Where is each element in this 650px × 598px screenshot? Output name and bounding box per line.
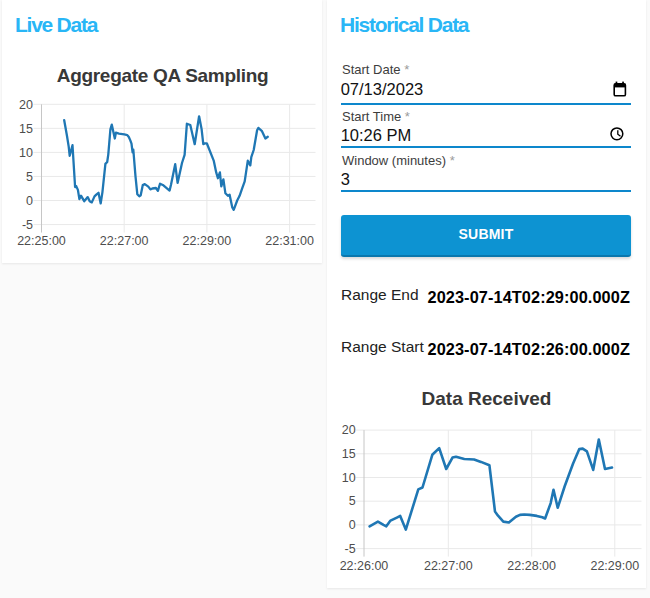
svg-text:Aggregate QA Sampling: Aggregate QA Sampling [57,65,269,86]
svg-text:5: 5 [26,170,33,184]
svg-text:10: 10 [19,146,33,160]
svg-text:-5: -5 [344,542,355,556]
svg-text:-5: -5 [22,218,33,232]
svg-text:22:29:00: 22:29:00 [590,559,639,573]
svg-text:22:27:00: 22:27:00 [100,234,149,248]
svg-text:0: 0 [26,194,33,208]
svg-text:0: 0 [348,518,355,532]
svg-text:22:26:00: 22:26:00 [339,559,388,573]
svg-text:15: 15 [19,122,33,136]
svg-text:20: 20 [19,98,33,112]
svg-text:22:28:00: 22:28:00 [507,559,556,573]
svg-text:5: 5 [348,494,355,508]
svg-text:22:29:00: 22:29:00 [183,234,232,248]
svg-text:22:25:00: 22:25:00 [17,234,66,248]
svg-text:22:27:00: 22:27:00 [423,559,472,573]
svg-text:15: 15 [341,447,355,461]
svg-text:Data Received: Data Received [421,388,551,409]
svg-text:22:31:00: 22:31:00 [265,234,314,248]
svg-text:20: 20 [341,423,355,437]
svg-text:10: 10 [341,471,355,485]
